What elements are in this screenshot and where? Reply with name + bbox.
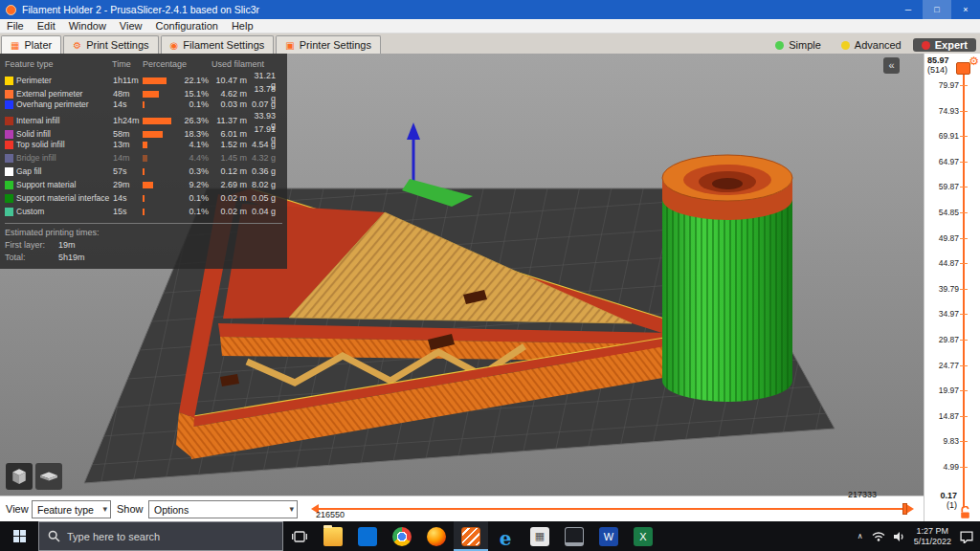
volume-icon[interactable] [894,531,905,542]
firefox-taskbar-button[interactable] [419,521,454,551]
prusaslicer-icon [461,527,480,546]
feature-time: 48m [112,89,143,99]
feature-used-length: 10.47 m [212,76,250,85]
task-view-icon [292,530,307,543]
feature-percent-bar [143,101,181,108]
excel-taskbar-button[interactable]: X [626,521,660,551]
feature-time: 58m [112,129,143,139]
feature-color-swatch [5,90,13,99]
move-slider-handle[interactable] [902,503,907,515]
tab-label: Filament Settings [183,39,264,51]
layer-scale-label: 44.87 [939,259,959,268]
menu-file[interactable]: File [0,20,31,32]
layer-max-index: (514) [927,65,949,75]
mode-label: Advanced [855,39,902,51]
total-time-value: 5h19m [58,253,85,262]
edge-icon: e [496,527,515,546]
layer-scale: 79.9774.9369.9164.9759.8754.8549.8744.87… [939,81,959,472]
layer-scale-label: 69.91 [939,132,959,141]
menu-configuration[interactable]: Configuration [148,20,224,32]
unlock-icon[interactable] [959,506,971,520]
feature-percent: 0.1% [181,99,212,109]
feature-used-length: 0.03 m [212,99,250,109]
feature-color-swatch [5,154,13,163]
feature-used-length: 0.02 m [212,193,250,203]
tab-filament-settings[interactable]: ◉ Filament Settings [161,35,275,54]
layer-min-height: 0.17 [940,491,957,500]
menu-view[interactable]: View [113,20,149,32]
start-button[interactable] [0,521,38,551]
print-settings-icon: ⚙ [73,40,81,51]
preview-3d-viewport[interactable]: Feature type Time Percentage Used filame… [0,54,924,496]
wifi-icon[interactable] [872,531,885,541]
mode-switcher: Simple Advanced Expert [763,38,980,54]
move-slider[interactable]: 217333 216550 [304,496,921,522]
model-support-cylinder[interactable] [662,155,792,402]
feature-type-label: Perimeter [16,76,112,85]
layer-slider-max: 85.97 (514) [927,55,949,75]
mode-simple[interactable]: Simple [767,38,830,52]
minimize-button[interactable]: ─ [894,0,923,19]
chrome-taskbar-button[interactable] [385,521,419,551]
move-slider-right-arrow-icon[interactable] [906,504,919,514]
close-button[interactable]: × [951,0,980,19]
hidden-icons-chevron[interactable]: ∧ [858,532,863,540]
total-time-label: Total: [5,253,58,262]
tab-printer-settings[interactable]: ▣ Printer Settings [276,35,381,54]
feature-type-label: Top solid infill [16,140,112,149]
feature-used-length: 11.37 m [212,116,250,125]
menu-help[interactable]: Help [225,20,260,32]
mode-label: Simple [789,39,821,51]
top-view-button[interactable] [35,463,62,490]
layer-scale-label: 74.93 [939,107,959,116]
mode-expert[interactable]: Expert [913,38,976,52]
menu-edit[interactable]: Edit [31,20,62,32]
feature-used-mass: 0.07 g [250,99,278,109]
feature-used-mass: 0.04 g [250,207,278,216]
task-view-button[interactable] [283,521,316,551]
chevron-down-icon: ▾ [102,504,107,514]
display-taskbar-button[interactable] [557,521,591,551]
feature-percent-bar [143,209,181,215]
feature-color-swatch [5,100,13,109]
feature-color-swatch [5,130,13,139]
legend-row: Bridge infill14m4.4%1.45 m4.32 g [5,151,282,165]
feature-time: 14s [112,193,143,203]
chrome-icon [392,527,412,546]
collapse-sidebar-button[interactable]: « [883,57,900,74]
layer-scale-label: 39.79 [939,285,959,294]
layer-slider-handle[interactable] [956,62,970,75]
bottom-view-bar: View Feature type ▾ Show Options ▾ 21733… [0,496,924,521]
file-explorer-taskbar-button[interactable] [316,521,350,551]
move-slider-min-value: 216550 [316,510,345,519]
prusaslicer-window: Filament Holder 2 - PrusaSlicer-2.4.1 ba… [0,0,980,551]
z-axis-arrow [407,122,420,187]
prusaslicer-taskbar-button[interactable] [454,521,488,551]
feature-time: 15s [112,207,143,216]
feature-time: 13m [112,140,143,149]
photos-taskbar-button[interactable]: ▦ [523,521,557,551]
show-select[interactable]: Options ▾ [148,500,298,518]
taskbar-search[interactable]: Type here to search [38,521,283,551]
mode-advanced[interactable]: Advanced [833,38,910,52]
tab-print-settings[interactable]: ⚙ Print Settings [63,35,158,54]
feature-percent: 15.1% [181,89,212,99]
perspective-view-button[interactable] [6,463,33,490]
word-taskbar-button[interactable]: W [591,521,626,551]
firefox-icon [427,527,446,546]
feature-percent-bar [143,195,181,202]
tab-plater[interactable]: ▦ Plater [1,35,61,54]
move-slider-track[interactable] [314,508,911,510]
action-center-icon[interactable] [960,530,973,543]
view-select[interactable]: Feature type ▾ [32,500,111,518]
store-taskbar-button[interactable] [350,521,385,551]
feature-percent: 9.2% [181,180,212,189]
edge-taskbar-button[interactable]: e [488,521,523,551]
cube-3d-icon [12,468,26,485]
taskbar-clock[interactable]: 1:27 PM 5/11/2022 [914,526,951,546]
maximize-button[interactable]: □ [923,0,951,19]
feature-percent-bar [143,131,181,138]
layer-scale-label: 54.85 [939,209,959,217]
mode-label: Expert [935,39,968,51]
menu-window[interactable]: Window [62,20,113,32]
